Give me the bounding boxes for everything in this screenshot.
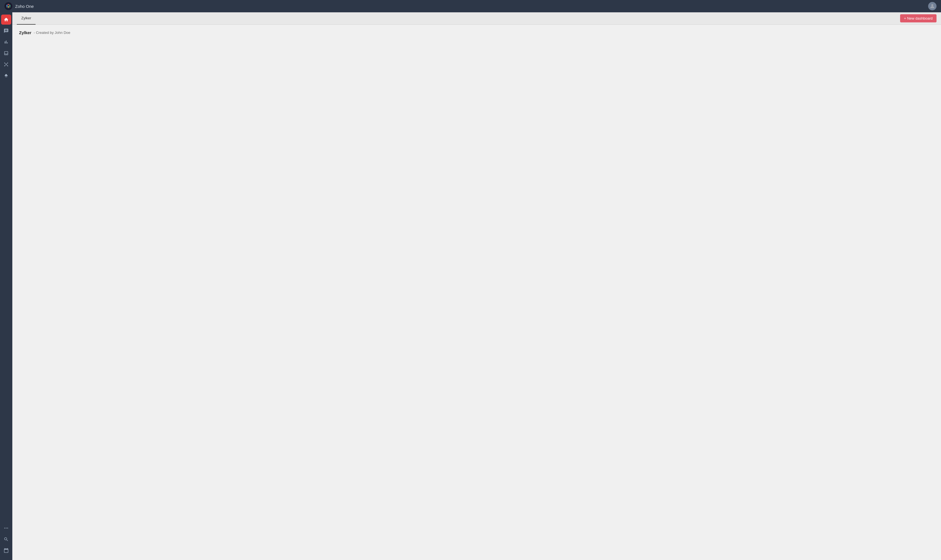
svg-point-14 xyxy=(4,528,5,529)
nav-left: Zoho One xyxy=(5,2,34,10)
main-layout: Zylker + New dashboard Zylker - Created … xyxy=(0,12,941,560)
sidebar-item-calendar[interactable] xyxy=(1,545,11,555)
svg-line-7 xyxy=(5,63,6,64)
tab-zylker[interactable]: Zylker xyxy=(17,12,35,25)
sidebar-item-integrations[interactable] xyxy=(1,59,11,69)
svg-point-1 xyxy=(931,4,933,6)
sidebar-item-chat[interactable] xyxy=(1,26,11,36)
page-header: Zylker - Created by John Doe xyxy=(19,30,934,35)
new-dashboard-button[interactable]: + New dashboard xyxy=(900,14,936,22)
svg-point-15 xyxy=(6,528,7,529)
sidebar xyxy=(0,12,12,560)
svg-line-10 xyxy=(6,65,8,66)
sidebar-item-analytics[interactable] xyxy=(1,37,11,47)
content-area: Zylker + New dashboard Zylker - Created … xyxy=(12,12,941,560)
svg-point-16 xyxy=(7,528,8,529)
app-logo[interactable] xyxy=(5,2,12,10)
svg-line-8 xyxy=(6,63,8,64)
tab-label: Zylker xyxy=(21,16,31,20)
page-content: Zylker - Created by John Doe xyxy=(12,25,941,560)
top-nav: Zoho One xyxy=(0,0,941,12)
sidebar-bottom xyxy=(1,523,11,558)
sidebar-item-more[interactable] xyxy=(1,523,11,533)
page-title: Zylker xyxy=(19,30,31,35)
svg-point-4 xyxy=(7,62,8,63)
svg-point-6 xyxy=(7,66,8,66)
user-avatar[interactable] xyxy=(928,2,936,10)
svg-line-9 xyxy=(5,65,6,66)
sidebar-item-home[interactable] xyxy=(1,15,11,25)
app-title: Zoho One xyxy=(15,4,34,9)
svg-point-3 xyxy=(4,62,5,63)
page-subtitle: - Created by John Doe xyxy=(34,31,70,35)
svg-point-2 xyxy=(6,64,7,65)
tab-bar: Zylker + New dashboard xyxy=(12,12,941,25)
svg-point-5 xyxy=(4,66,5,66)
svg-line-11 xyxy=(5,77,6,77)
sidebar-item-inbox[interactable] xyxy=(1,48,11,58)
sidebar-item-search[interactable] xyxy=(1,534,11,544)
svg-line-13 xyxy=(7,77,7,77)
sidebar-item-cloud[interactable] xyxy=(1,71,11,81)
